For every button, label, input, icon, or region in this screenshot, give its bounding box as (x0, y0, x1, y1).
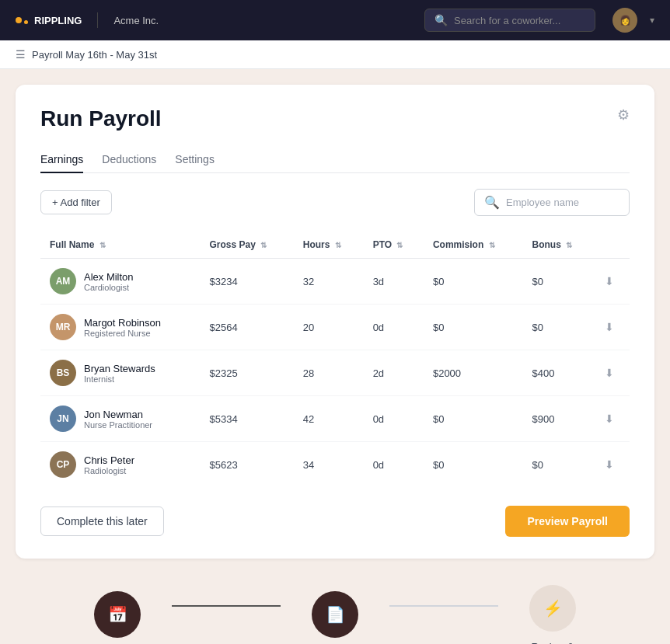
employee-cell: AM Alex Milton Cardiologist (40, 259, 201, 305)
step-connector-2 (389, 605, 498, 607)
employee-name: Alex Milton (84, 271, 134, 283)
step-review-payroll: 📄 Review Payroll (281, 591, 389, 645)
gross-pay: $2564 (201, 305, 294, 350)
logo-icon (16, 17, 28, 24)
download-icon[interactable]: ⬇ (605, 321, 614, 333)
tabs: Earnings Deductions Settings (40, 147, 630, 173)
avatar: BS (50, 360, 76, 386)
avatar: MR (50, 314, 76, 340)
sort-icon: ⇅ (566, 241, 572, 249)
pto: 0d (364, 442, 424, 488)
chevron-down-icon[interactable]: ▾ (650, 15, 654, 26)
filters-row: + Add filter 🔍 (40, 189, 630, 216)
employee-search-input[interactable] (506, 197, 619, 208)
calendar-icon: 📅 (108, 605, 127, 624)
avatar[interactable]: 👩 (612, 8, 637, 33)
search-input[interactable] (454, 15, 585, 26)
preview-payroll-label: Preview Payroll (527, 515, 608, 527)
row-actions[interactable]: ⬇ (595, 396, 630, 442)
avatar: CP (50, 451, 76, 478)
logo-text: RIPPLING (34, 15, 82, 26)
nav-divider (97, 12, 98, 28)
row-actions[interactable]: ⬇ (595, 305, 630, 350)
preview-payroll-button[interactable]: Preview Payroll (505, 506, 630, 537)
hours: 32 (294, 259, 364, 305)
download-icon[interactable]: ⬇ (605, 413, 614, 425)
download-icon[interactable]: ⬇ (605, 275, 614, 287)
table-row: AM Alex Milton Cardiologist $3234 32 3d … (40, 259, 630, 305)
employee-role: Cardiologist (84, 283, 134, 292)
breadcrumb-icon: ☰ (16, 48, 26, 61)
step-circle-1: 📅 (94, 591, 141, 638)
tab-earnings[interactable]: Earnings (40, 147, 83, 173)
add-filter-label: + Add filter (52, 197, 100, 208)
table-row: BS Bryan Stewards Internist $2325 28 2d … (40, 350, 630, 396)
bonus: $0 (523, 442, 595, 488)
col-commission[interactable]: Commision ⇅ (424, 231, 523, 259)
hours: 20 (294, 305, 364, 350)
hours: 28 (294, 350, 364, 396)
search-icon: 🔍 (434, 14, 448, 26)
avatar: JN (50, 406, 76, 432)
col-fullname[interactable]: Full Name ⇅ (40, 231, 201, 259)
col-bonus[interactable]: Bonus ⇅ (523, 231, 595, 259)
employee-name: Jon Newman (84, 409, 152, 420)
commission: $0 (424, 305, 523, 350)
table-header-row: Full Name ⇅ Gross Pay ⇅ Hours ⇅ PTO ⇅ Co… (40, 231, 630, 259)
complete-later-button[interactable]: Complete this later (40, 506, 164, 536)
step-circle-3: ⚡ (529, 585, 576, 632)
sort-icon: ⇅ (396, 241, 403, 249)
employee-cell: BS Bryan Stewards Internist (40, 350, 201, 396)
tab-deductions[interactable]: Deductions (102, 147, 156, 173)
row-actions[interactable]: ⬇ (595, 350, 630, 396)
breadcrumb: ☰ Payroll May 16th - May 31st (0, 40, 670, 69)
avatar-initials: 👩 (619, 15, 631, 26)
card-footer: Complete this later Preview Payroll (40, 506, 630, 537)
download-icon[interactable]: ⬇ (605, 367, 614, 379)
commission: $0 (424, 396, 523, 442)
complete-later-label: Complete this later (57, 515, 148, 527)
table-row: CP Chris Peter Radiologist $5623 34 0d $… (40, 442, 630, 488)
pto: 3d (364, 259, 424, 305)
global-search[interactable]: 🔍 (424, 9, 595, 32)
step-label-3: Review &Approve Payroll (517, 641, 588, 644)
employee-search[interactable]: 🔍 (474, 189, 630, 216)
employee-role: Internist (84, 374, 155, 384)
bonus: $400 (523, 350, 595, 396)
breadcrumb-text: Payroll May 16th - May 31st (32, 49, 157, 61)
row-actions[interactable]: ⬇ (595, 442, 630, 488)
employee-role: Radiologist (84, 466, 134, 475)
sort-icon: ⇅ (335, 241, 341, 249)
step-connector-1 (172, 605, 281, 607)
employee-cell: JN Jon Newman Nurse Practitioner (40, 396, 201, 442)
download-icon[interactable]: ⬇ (605, 458, 614, 471)
gross-pay: $5334 (201, 396, 294, 442)
progress-steps: 📅 Pay Period 📄 Review Payroll ⚡ Review &… (16, 577, 654, 644)
col-hours[interactable]: Hours ⇅ (294, 231, 364, 259)
logo-dot-1 (16, 17, 22, 23)
tab-settings[interactable]: Settings (175, 147, 215, 173)
col-pto[interactable]: PTO ⇅ (364, 231, 424, 259)
settings-icon[interactable]: ⚙ (617, 106, 630, 124)
commission: $2000 (424, 350, 523, 396)
payroll-card: Run Payroll ⚙ Earnings Deductions Settin… (16, 85, 654, 559)
page-title: Run Payroll (40, 106, 162, 131)
table-row: MR Margot Robinson Registered Nurse $256… (40, 305, 630, 350)
bonus: $0 (523, 259, 595, 305)
step-circle-2: 📄 (312, 591, 358, 638)
document-icon: 📄 (326, 605, 345, 624)
col-actions (595, 231, 630, 259)
employee-name: Bryan Stewards (84, 363, 155, 374)
col-grosspay[interactable]: Gross Pay ⇅ (201, 231, 294, 259)
avatar: AM (50, 268, 76, 294)
pto: 0d (364, 396, 424, 442)
lightning-icon: ⚡ (543, 599, 563, 618)
step-approve-payroll: ⚡ Review &Approve Payroll (498, 585, 607, 644)
employee-cell: CP Chris Peter Radiologist (40, 442, 201, 488)
pto: 0d (364, 305, 424, 350)
add-filter-button[interactable]: + Add filter (40, 190, 112, 214)
employee-name: Chris Peter (84, 454, 134, 466)
employee-cell: MR Margot Robinson Registered Nurse (40, 305, 201, 350)
step-pay-period: 📅 Pay Period (63, 591, 172, 645)
row-actions[interactable]: ⬇ (595, 259, 630, 305)
